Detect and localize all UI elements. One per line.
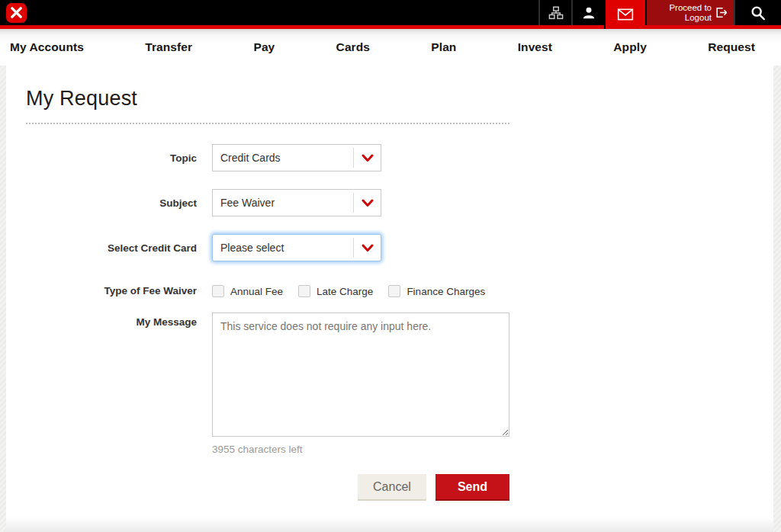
page-title: My Request [26,87,773,111]
my-request-form: Topic Credit Cards Subject Fee Waiver [26,144,773,501]
topic-select[interactable]: Credit Cards [212,144,381,171]
checkbox-late-charge-label: Late Charge [317,286,373,297]
credit-card-label: Select Credit Card [26,242,212,254]
content-panel: My Request Topic Credit Cards Subject Fe… [6,66,773,532]
profile-button[interactable] [571,0,604,25]
nav-item-apply[interactable]: Apply [613,40,647,54]
mail-icon [617,8,634,21]
nav-item-pay[interactable]: Pay [253,40,275,54]
logout-icon [715,6,728,19]
fee-waiver-label: Type of Fee Waiver [26,285,212,296]
checkbox-late-charge[interactable]: Late Charge [298,285,373,297]
bank-logo[interactable] [0,0,35,25]
chevron-down-icon [353,148,381,168]
bank-logo-icon [6,3,27,23]
user-icon [582,6,596,20]
logout-label-line2: Logout [669,13,712,23]
chevron-down-icon [353,193,381,213]
nav-item-transfer[interactable]: Transfer [145,40,192,54]
checkbox-finance-charges-label: Finance Charges [407,286,485,297]
messages-button[interactable] [604,0,645,29]
nav-item-my-accounts[interactable]: My Accounts [10,40,84,54]
nav-item-invest[interactable]: Invest [518,40,552,54]
checkbox-icon [212,285,224,297]
message-textarea[interactable]: This service does not require any input … [212,312,509,437]
nav-item-cards[interactable]: Cards [336,40,370,54]
sitemap-button[interactable] [538,0,571,25]
chevron-down-icon [353,238,381,258]
cancel-button[interactable]: Cancel [358,474,426,501]
subject-select-value: Fee Waiver [213,197,353,209]
sitemap-icon [548,6,564,20]
credit-card-select[interactable]: Please select [212,234,381,261]
page-background: My Request Topic Credit Cards Subject Fe… [0,66,781,532]
characters-left-counter: 3955 characters left [212,444,509,455]
checkbox-icon [388,285,400,297]
main-nav: My Accounts Transfer Pay Cards Plan Inve… [0,29,781,66]
checkbox-annual-fee-label: Annual Fee [230,286,283,297]
topic-select-value: Credit Cards [213,152,353,164]
top-bar: Proceed to Logout [0,0,781,29]
checkbox-annual-fee[interactable]: Annual Fee [212,285,283,297]
subject-label: Subject [26,197,212,209]
search-button[interactable] [734,0,781,25]
title-divider [26,123,509,124]
checkbox-finance-charges[interactable]: Finance Charges [388,285,485,297]
topic-label: Topic [26,152,212,164]
checkbox-icon [298,285,310,297]
search-icon [750,5,767,21]
proceed-to-logout-button[interactable]: Proceed to Logout [645,0,734,25]
subject-select[interactable]: Fee Waiver [212,189,381,216]
logout-label-line1: Proceed to [669,3,712,13]
nav-item-plan[interactable]: Plan [431,40,456,54]
send-button[interactable]: Send [435,474,509,501]
message-label: My Message [26,312,212,328]
credit-card-select-value: Please select [213,242,353,254]
nav-item-request[interactable]: Request [708,40,755,54]
